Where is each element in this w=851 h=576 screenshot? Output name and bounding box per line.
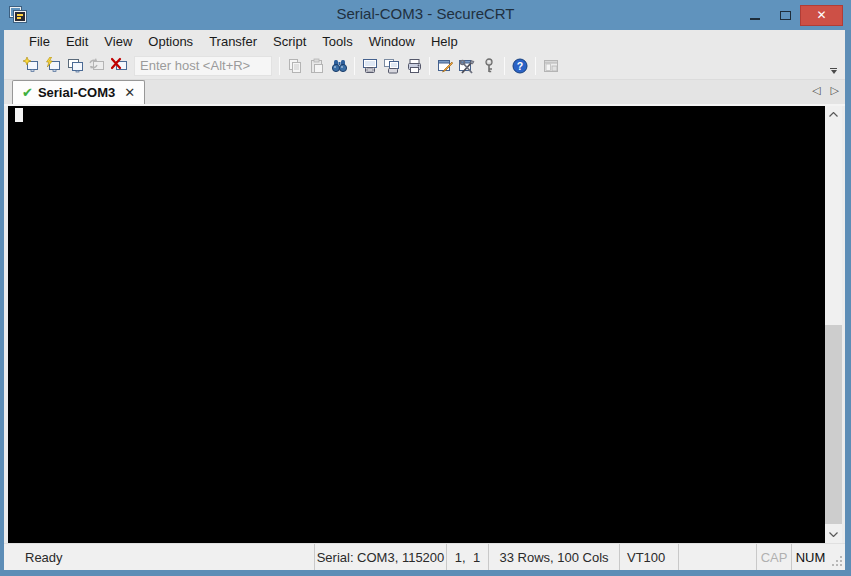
menu-view[interactable]: View xyxy=(96,32,140,51)
svg-text:?: ? xyxy=(517,59,523,71)
session-options-icon xyxy=(437,58,454,74)
help-icon: ? xyxy=(512,58,528,74)
print-button[interactable] xyxy=(403,55,425,77)
status-emulation: VT100 xyxy=(619,544,678,570)
window-controls: ✕ xyxy=(740,0,843,30)
scrollbar-track[interactable] xyxy=(825,123,842,526)
reconnect-button[interactable] xyxy=(86,55,108,77)
status-num-lock: NUM xyxy=(791,544,829,570)
print-screen-icon xyxy=(361,58,379,74)
paste-icon xyxy=(309,58,325,74)
menu-edit[interactable]: Edit xyxy=(58,32,96,51)
key-icon xyxy=(483,58,495,74)
menu-window[interactable]: Window xyxy=(361,32,423,51)
quick-connect-icon xyxy=(45,57,62,74)
scrollbar-thumb[interactable] xyxy=(825,325,842,524)
print-selection-button[interactable] xyxy=(381,55,403,77)
session-options-button[interactable] xyxy=(434,55,456,77)
tab-scroll-left-icon[interactable]: ◁ xyxy=(812,85,820,96)
window-title: Serial-COM3 - SecureCRT xyxy=(0,5,851,22)
toolbar-separator xyxy=(429,57,430,75)
toolbar: ? xyxy=(4,52,845,80)
menu-help[interactable]: Help xyxy=(423,32,466,51)
menu-bar: File Edit View Options Transfer Script T… xyxy=(4,30,845,52)
toolbar-overflow-icon xyxy=(830,68,837,69)
minimize-button[interactable] xyxy=(740,5,770,26)
vertical-scrollbar[interactable] xyxy=(825,106,842,543)
find-icon xyxy=(331,58,348,74)
paste-button[interactable] xyxy=(306,55,328,77)
menu-options[interactable]: Options xyxy=(140,32,201,51)
host-input[interactable] xyxy=(134,56,272,76)
status-spacer xyxy=(678,544,756,570)
tab-scroll-right-icon[interactable]: ▷ xyxy=(831,85,839,96)
tab-bar: ✔ Serial-COM3 ✕ ◁ ▷ xyxy=(4,80,845,106)
maximize-icon xyxy=(780,11,791,20)
terminal-screen[interactable] xyxy=(8,106,825,543)
tab-serial-com3[interactable]: ✔ Serial-COM3 ✕ xyxy=(12,80,145,104)
close-icon: ✕ xyxy=(816,9,826,21)
terminal-cursor xyxy=(15,108,23,122)
connect-in-tab-button[interactable] xyxy=(64,55,86,77)
status-cursor-position: 1, 1 xyxy=(446,544,488,570)
status-terminal-size: 33 Rows, 100 Cols xyxy=(488,544,619,570)
tab-close-icon[interactable]: ✕ xyxy=(124,86,135,99)
menu-file[interactable]: File xyxy=(21,32,58,51)
global-options-button[interactable] xyxy=(456,55,478,77)
disconnect-button[interactable] xyxy=(108,55,130,77)
global-options-icon xyxy=(458,58,476,74)
toolbar-separator xyxy=(535,57,536,75)
session-manager-icon xyxy=(543,58,560,74)
scroll-down-button[interactable] xyxy=(825,526,842,543)
help-button[interactable]: ? xyxy=(509,55,531,77)
title-bar[interactable]: Serial-COM3 - SecureCRT ✕ xyxy=(0,0,851,30)
copy-button[interactable] xyxy=(284,55,306,77)
toolbar-separator xyxy=(504,57,505,75)
print-selection-icon xyxy=(383,58,401,74)
session-manager-button[interactable] xyxy=(540,55,562,77)
status-connection: Serial: COM3, 115200 xyxy=(314,544,446,570)
status-bar: Ready Serial: COM3, 115200 1, 1 33 Rows,… xyxy=(4,543,845,570)
toolbar-overflow-button[interactable] xyxy=(828,68,839,74)
connected-check-icon: ✔ xyxy=(22,85,33,100)
resize-grip-icon xyxy=(832,556,843,567)
connect-button[interactable] xyxy=(20,55,42,77)
maximize-button[interactable] xyxy=(770,5,800,26)
chevron-up-icon xyxy=(829,112,838,117)
menu-transfer[interactable]: Transfer xyxy=(201,32,265,51)
chevron-down-icon xyxy=(829,532,838,537)
scroll-up-button[interactable] xyxy=(825,106,842,123)
tab-scroll-controls: ◁ ▷ xyxy=(812,85,839,96)
minimize-icon xyxy=(750,18,760,20)
print-screen-button[interactable] xyxy=(359,55,381,77)
resize-grip[interactable] xyxy=(829,544,845,570)
connect-in-tab-icon xyxy=(67,57,84,74)
menu-script[interactable]: Script xyxy=(265,32,314,51)
copy-icon xyxy=(287,58,303,74)
print-icon xyxy=(406,58,423,74)
securecrt-window: Serial-COM3 - SecureCRT ✕ File Edit View… xyxy=(0,0,851,576)
disconnect-icon xyxy=(111,57,128,74)
reconnect-icon xyxy=(89,57,106,74)
find-button[interactable] xyxy=(328,55,350,77)
tab-label: Serial-COM3 xyxy=(38,85,115,100)
close-button[interactable]: ✕ xyxy=(800,5,843,26)
status-caps-lock: CAP xyxy=(756,544,791,570)
toolbar-separator xyxy=(354,57,355,75)
terminal-region xyxy=(4,106,845,543)
status-ready: Ready xyxy=(4,544,314,570)
quick-connect-button[interactable] xyxy=(42,55,64,77)
toolbar-separator xyxy=(279,57,280,75)
connect-icon xyxy=(23,57,40,74)
menu-tools[interactable]: Tools xyxy=(314,32,360,51)
key-button[interactable] xyxy=(478,55,500,77)
